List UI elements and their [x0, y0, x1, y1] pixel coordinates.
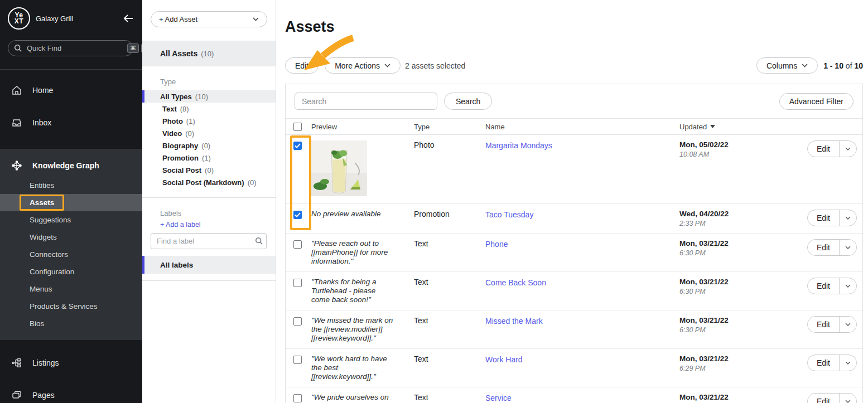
type-label: Photo: [162, 117, 183, 125]
sidebar-item-label: Pages: [32, 391, 55, 400]
search-button-label: Search: [456, 97, 480, 106]
sidebar-item-configuration[interactable]: Configuration: [0, 263, 142, 280]
sidebar-item-widgets[interactable]: Widgets: [0, 229, 142, 246]
listings-icon: [11, 357, 22, 368]
sidebar-header: Ye XT Galaxy Grill: [0, 0, 142, 35]
table-search-input[interactable]: [295, 93, 437, 110]
row-checkbox[interactable]: [293, 142, 302, 150]
asset-filter-panel: + Add Asset All Assets (10) Type All Typ…: [142, 0, 276, 403]
add-label-link[interactable]: + Add a label: [142, 220, 276, 233]
sidebar-item-pages[interactable]: Pages: [0, 379, 142, 403]
asset-name-link[interactable]: Missed the Mark: [485, 317, 543, 326]
sidebar-item-assets[interactable]: Assets: [0, 194, 142, 211]
main-content: Assets Edit More Actions 2 assets select…: [276, 0, 868, 403]
column-header-updated[interactable]: Updated: [679, 123, 803, 131]
type-filter-photo[interactable]: Photo (1): [142, 115, 276, 127]
asset-name-link[interactable]: Phone: [485, 240, 508, 249]
select-all-checkbox[interactable]: [293, 123, 302, 131]
table-row: Photo Margarita Mondays Mon, 05/02/2210:…: [286, 135, 862, 204]
row-checkbox[interactable]: [293, 317, 302, 326]
row-edit-caret-button[interactable]: [840, 278, 856, 294]
asset-type: Text: [414, 355, 485, 363]
updated-time: 6:30 PM: [679, 326, 803, 334]
column-header-preview: Preview: [311, 123, 414, 131]
row-checkbox[interactable]: [293, 240, 302, 249]
sidebar-item-home[interactable]: Home: [0, 74, 142, 106]
asset-type: Photo: [414, 140, 485, 149]
row-edit-split-button: Edit: [807, 140, 857, 157]
row-edit-button[interactable]: Edit: [808, 240, 840, 255]
collapse-sidebar-arrow-icon[interactable]: [122, 12, 134, 25]
row-edit-button[interactable]: Edit: [808, 317, 840, 332]
row-edit-button[interactable]: Edit: [808, 355, 840, 371]
sidebar-item-knowledge-graph[interactable]: Knowledge Graph: [0, 156, 142, 177]
updated-date: Wed, 04/20/22: [679, 210, 803, 218]
row-checkbox[interactable]: [293, 394, 302, 402]
row-edit-button[interactable]: Edit: [808, 210, 840, 226]
asset-name-link[interactable]: Work Hard: [485, 355, 523, 364]
asset-name-link[interactable]: Margarita Mondays: [485, 141, 552, 150]
filter-all-assets[interactable]: All Assets (10): [142, 41, 276, 66]
row-edit-caret-button[interactable]: [840, 240, 856, 255]
row-edit-split-button: Edit: [807, 355, 857, 371]
type-count: (0): [185, 129, 194, 138]
sidebar-item-products-services[interactable]: Products & Services: [0, 298, 142, 315]
quick-find[interactable]: ⌘ K: [8, 40, 133, 56]
find-label-input[interactable]: [157, 237, 255, 245]
row-checkbox[interactable]: [293, 211, 302, 219]
row-edit-button[interactable]: Edit: [808, 394, 840, 403]
asset-name-link[interactable]: Come Back Soon: [485, 278, 546, 287]
all-assets-label: All Assets: [160, 49, 197, 58]
row-checkbox[interactable]: [293, 279, 302, 287]
sidebar-item-menus[interactable]: Menus: [0, 280, 142, 298]
row-edit-split-button: Edit: [807, 393, 857, 403]
pagination-of: of: [846, 61, 852, 70]
panel-divider: [142, 280, 276, 281]
type-filter-all-types[interactable]: All Types (10): [142, 90, 276, 103]
updated-header-label: Updated: [679, 123, 707, 131]
row-edit-caret-button[interactable]: [840, 210, 856, 226]
advanced-filter-button[interactable]: Advanced Filter: [779, 93, 853, 110]
filter-all-labels[interactable]: All labels: [142, 256, 276, 274]
edit-button-label: Edit: [295, 61, 308, 70]
asset-preview-text: "Thanks for being a Turtlehead - please …: [311, 278, 396, 304]
more-actions-button[interactable]: More Actions: [325, 57, 401, 74]
type-count: (0): [205, 166, 214, 174]
yext-logo-icon[interactable]: Ye XT: [8, 7, 30, 30]
type-filter-video[interactable]: Video (0): [142, 127, 276, 139]
type-count: (8): [180, 105, 189, 113]
type-filter-social-post[interactable]: Social Post (0): [142, 164, 276, 176]
edit-button[interactable]: Edit: [285, 57, 319, 74]
row-edit-split-button: Edit: [807, 210, 857, 226]
chevron-down-icon: [802, 64, 808, 67]
asset-name-link[interactable]: Service: [485, 394, 512, 402]
sidebar-item-listings[interactable]: Listings: [0, 347, 142, 379]
columns-button[interactable]: Columns: [756, 57, 818, 74]
quick-find-input[interactable]: [27, 44, 125, 52]
pages-icon: [11, 390, 22, 401]
find-label-box[interactable]: [151, 233, 267, 249]
sidebar-item-bios[interactable]: Bios: [0, 315, 142, 332]
page-title: Assets: [285, 18, 335, 36]
sidebar-item-connectors[interactable]: Connectors: [0, 246, 142, 263]
knowledge-graph-section: Knowledge Graph Entities Assets Suggesti…: [0, 149, 142, 340]
row-edit-button[interactable]: Edit: [808, 141, 840, 157]
updated-date: Mon, 03/21/22: [679, 355, 803, 363]
type-filter-promotion[interactable]: Promotion (1): [142, 152, 276, 164]
type-filter-text[interactable]: Text (8): [142, 103, 276, 115]
row-edit-caret-button[interactable]: [840, 141, 856, 157]
add-asset-button[interactable]: + Add Asset: [151, 11, 267, 27]
asset-type: Promotion: [414, 210, 485, 219]
row-edit-button[interactable]: Edit: [808, 278, 840, 294]
row-edit-caret-button[interactable]: [840, 394, 856, 403]
type-filter-social-post-markdown[interactable]: Social Post (Markdown) (0): [142, 176, 276, 188]
type-filter-biography[interactable]: Biography (0): [142, 139, 276, 152]
sidebar-item-entities[interactable]: Entities: [0, 177, 142, 194]
row-edit-caret-button[interactable]: [840, 317, 856, 332]
sidebar-item-inbox[interactable]: Inbox: [0, 106, 142, 139]
asset-name-link[interactable]: Taco Tuesday: [485, 210, 533, 219]
table-search-button[interactable]: Search: [444, 93, 492, 110]
row-edit-caret-button[interactable]: [840, 355, 856, 371]
sidebar-item-suggestions[interactable]: Suggestions: [0, 211, 142, 229]
row-checkbox[interactable]: [293, 356, 302, 364]
